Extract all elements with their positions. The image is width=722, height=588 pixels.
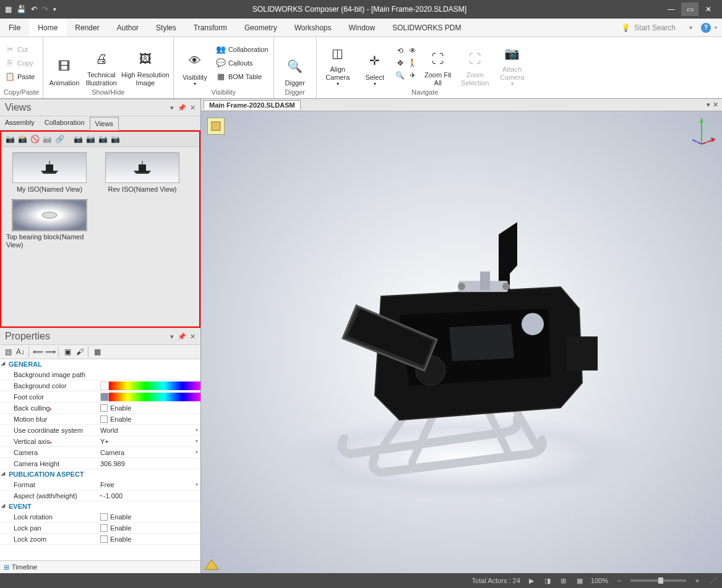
menu-styles[interactable]: Styles [147,19,185,36]
cam1-icon[interactable]: 📷 [73,134,83,144]
disabled-icon-1[interactable]: 📷 [42,134,52,144]
checkbox-back-culling[interactable] [100,404,108,412]
zoom-out-icon[interactable]: − [614,576,624,586]
visibility-button[interactable]: 👁Visibility▾ [178,39,212,87]
tab-collaboration[interactable]: Collaboration [40,116,90,130]
timeline-bar[interactable]: ⊞ Timeline [0,560,200,573]
section-general[interactable]: GENERAL [0,359,200,369]
menu-transform[interactable]: Transform [185,19,236,36]
maximize-button[interactable]: ▭ [681,2,698,16]
collaboration-button[interactable]: 👥Collaboration [215,43,270,56]
cut-button[interactable]: ✂Cut [4,43,36,56]
menu-geometry[interactable]: Geometry [236,19,286,36]
compass-cube-icon[interactable] [207,117,225,135]
value-lock-pan[interactable]: Enable [100,522,200,533]
walk-icon[interactable]: 🚶 [407,58,418,69]
value-foot-color[interactable] [100,391,200,402]
perspective-icon[interactable]: ◨ [543,576,552,586]
viewport-3d[interactable] [201,111,722,573]
next-icon[interactable]: ⟹ [45,346,56,357]
digger-button[interactable]: 🔍Digger [278,39,312,87]
menu-author[interactable]: Author [108,19,147,36]
highlight-icon[interactable]: ▣ [62,346,73,357]
value-bg-color[interactable] [100,380,200,391]
checkbox-lock-pan[interactable] [100,524,108,532]
search-placeholder[interactable]: Start Search [634,23,676,32]
align-camera-button[interactable]: ◫Align Camera▾ [320,39,355,87]
undo-icon[interactable]: ↶ [31,5,37,14]
select-button[interactable]: ✛Select▾ [358,39,392,87]
prev-icon[interactable]: ⟸ [32,346,43,357]
props-close-icon[interactable]: ✕ [190,333,196,341]
copy-button[interactable]: ⎘Copy [4,56,36,70]
cursor-mode-icon[interactable]: ▶ [526,576,536,586]
attach-camera-button[interactable]: 📷Attach Camera▾ [495,39,530,87]
cam2-icon[interactable]: 📷 [85,134,95,144]
value-vertical-axis[interactable]: Y+ [100,436,200,446]
grid-mode-icon[interactable]: ⊞ [559,576,569,586]
zoom-icon[interactable]: 🔍 [395,70,406,81]
section-publication[interactable]: PUBLICATION ASPECT [0,469,200,479]
menu-workshops[interactable]: Workshops [286,19,340,36]
value-bg-image[interactable] [100,369,200,380]
zoom-fit-all-button[interactable]: ⛶Zoom Fit All [421,39,455,87]
cam3-icon[interactable]: 📷 [98,134,108,144]
view-item-reviso[interactable]: Rev ISO(Named View) [99,152,186,194]
value-motion-blur[interactable]: Enable [100,414,200,424]
bulb-icon[interactable]: 💡 [621,23,630,32]
menu-render[interactable]: Render [66,19,108,36]
animation-button[interactable]: 🎞Animation [47,39,82,87]
callouts-button[interactable]: 💬Callouts [215,56,270,70]
sort-icon[interactable]: A↓ [15,346,26,357]
value-camera[interactable]: Camera [100,447,200,458]
minimize-ribbon-icon[interactable]: ▾ [689,24,692,31]
resize-grip-icon[interactable]: ⋰ [708,576,718,586]
value-aspect[interactable]: ▪-1.000 [100,490,200,501]
value-back-culling[interactable]: Enable [100,403,200,413]
view-triad-icon[interactable] [686,116,717,147]
checkbox-lock-zoom[interactable] [100,535,108,543]
help-dropdown-icon[interactable]: ▾ [715,25,717,30]
paste-button[interactable]: 📋Paste [4,70,36,83]
delete-view-icon[interactable]: 🚫 [30,134,40,144]
high-resolution-button[interactable]: 🖼High Resolution Image [121,39,170,87]
redo-icon[interactable]: ↷ [42,5,48,14]
view-item-topbearing[interactable]: Top bearing block(Named View) [6,200,93,249]
technical-illustration-button[interactable]: 🖨Technical Illustration [84,39,119,87]
props-pin-icon[interactable]: 📌 [178,333,186,341]
link-icon[interactable]: 🔗 [54,134,64,144]
minimize-button[interactable]: — [663,2,680,16]
checkbox-lock-rotation[interactable] [100,513,108,521]
value-format[interactable]: Free [100,479,200,490]
value-camera-height[interactable]: 306.989 [100,458,200,469]
menu-window[interactable]: Window [340,19,384,36]
viewport-tab-main[interactable]: Main Frame-2020.SLDASM [204,100,301,109]
value-coord-system[interactable]: World [100,425,200,435]
close-button[interactable]: ✕ [700,2,717,16]
pin-icon[interactable]: 📌 [178,104,186,112]
capture-icon[interactable]: 📸 [17,134,27,144]
help-icon[interactable]: ? [701,23,711,33]
categorize-icon[interactable]: ▤ [2,346,14,357]
viewport-dropdown-icon[interactable]: ▾ [707,101,710,109]
checkbox-motion-blur[interactable] [100,415,108,423]
zoom-slider[interactable] [630,579,686,582]
tab-assembly[interactable]: Assembly [0,116,40,130]
brush-icon[interactable]: 🖌 [74,346,85,357]
pan-icon[interactable]: ✥ [395,58,406,69]
tab-views[interactable]: Views [90,117,119,130]
rotate-icon[interactable]: ⟲ [395,45,406,56]
view-item-myiso[interactable]: My ISO(Named View) [6,152,93,194]
new-view-icon[interactable]: 📷 [5,134,15,144]
value-lock-rotation[interactable]: Enable [100,511,200,522]
neutral-icon[interactable]: ▦ [92,346,103,357]
props-dropdown-icon[interactable]: ▾ [170,333,174,341]
layout-icon[interactable]: ▦ [575,576,585,586]
bom-table-button[interactable]: ▦BOM Table [215,70,270,83]
value-lock-zoom[interactable]: Enable [100,534,200,544]
close-panel-icon[interactable]: ✕ [190,104,196,112]
menu-pdm[interactable]: SOLIDWORKS PDM [384,19,470,36]
save-icon[interactable]: 💾 [17,5,26,14]
viewport-close-icon[interactable]: ✕ [713,101,718,109]
zoom-selection-button[interactable]: ⛶Zoom Selection [458,39,492,87]
